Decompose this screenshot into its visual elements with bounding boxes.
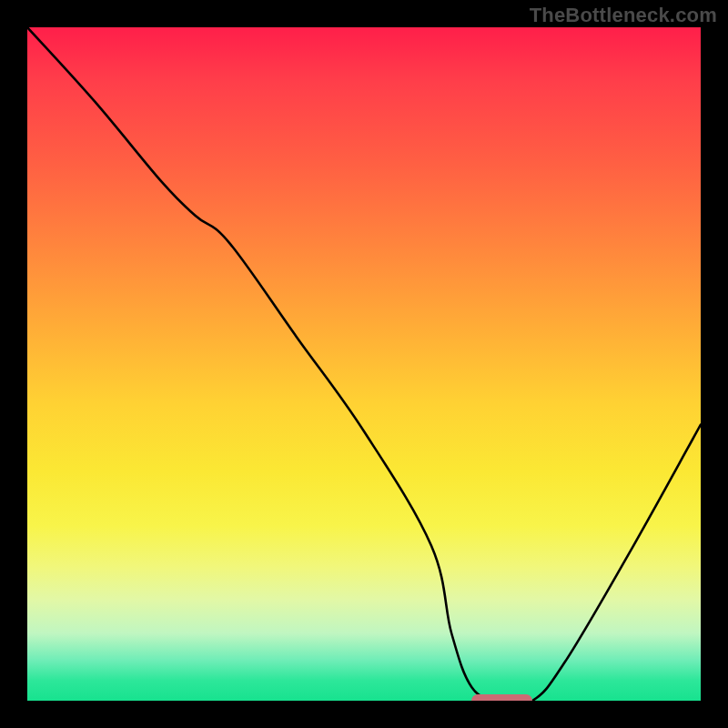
plot-area	[27, 27, 701, 701]
attribution-text: TheBottleneck.com	[530, 4, 717, 27]
optimal-range-marker	[471, 694, 532, 701]
chart-frame: TheBottleneck.com	[0, 0, 728, 728]
bottleneck-curve	[27, 27, 701, 701]
